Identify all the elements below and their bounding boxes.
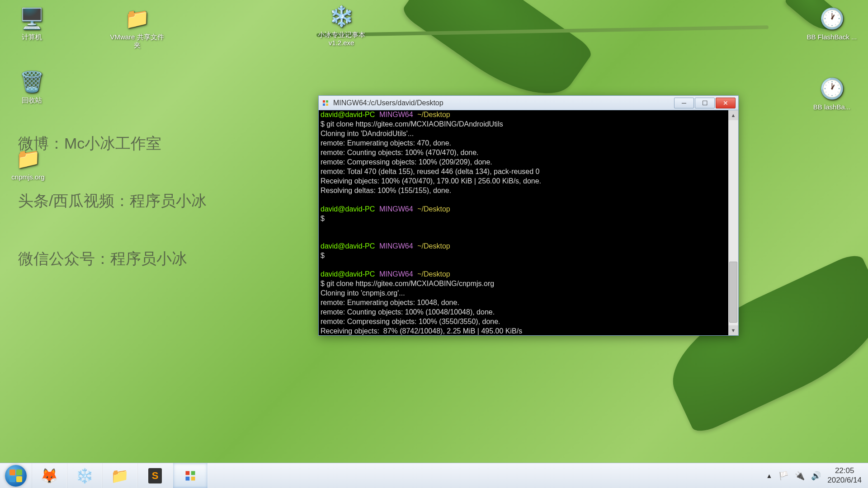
bb-flashback-icon[interactable]: 🕐 BB FlashBack ... — [805, 7, 859, 41]
git-bash-icon — [321, 99, 330, 107]
sublime-taskbar-icon[interactable]: S — [137, 463, 173, 488]
scroll-up-button[interactable]: ▲ — [728, 110, 738, 120]
trash-icon: 🗑️ — [9, 70, 54, 94]
network-icon[interactable]: 🔌 — [795, 471, 805, 481]
clock-time: 22:05 — [827, 466, 862, 475]
vmware-folder-icon[interactable]: 📁 VMware 共享文件夹 — [108, 7, 166, 49]
start-button[interactable] — [0, 463, 32, 488]
minimize-button[interactable]: ─ — [674, 98, 694, 108]
computer-icon[interactable]: 🖥️ 计算机 — [9, 7, 54, 41]
firefox-taskbar-icon[interactable]: 🦊 — [32, 463, 67, 488]
maximize-button[interactable]: ☐ — [695, 98, 715, 108]
explorer-taskbar-icon[interactable]: 📁 — [102, 463, 137, 488]
watermark-toutiao: 头条/西瓜视频：程序员小冰 — [18, 191, 207, 211]
system-tray: ▲ 🏳️ 🔌 🔊 22:05 2020/6/14 — [766, 466, 868, 485]
bb-flashback-rec-icon[interactable]: 🕐 BB lashBa... — [805, 77, 859, 111]
scroll-thumb[interactable] — [729, 262, 737, 323]
recycle-bin-icon[interactable]: 🗑️ 回收站 — [9, 70, 54, 104]
notepad-exe-icon[interactable]: ❄️ 小冰专业记事本 v1.2.exe — [307, 5, 375, 47]
taskbar-items: 🦊 ❄️ 📁 S — [32, 463, 208, 488]
svg-rect-4 — [186, 471, 190, 475]
titlebar[interactable]: MINGW64:/c/Users/david/Desktop ─ ☐ ✕ — [319, 96, 738, 110]
window-controls: ─ ☐ ✕ — [674, 98, 736, 108]
folder-shortcut-icon: 📁 — [108, 7, 166, 30]
svg-rect-0 — [323, 100, 325, 103]
clock-rec-icon: 🕐 — [805, 77, 859, 100]
clock[interactable]: 22:05 2020/6/14 — [827, 466, 862, 485]
tray-expand-icon[interactable]: ▲ — [766, 472, 773, 479]
terminal-window[interactable]: MINGW64:/c/Users/david/Desktop ─ ☐ ✕ dav… — [318, 95, 739, 336]
svg-rect-5 — [191, 471, 195, 475]
gitbash-taskbar-icon[interactable] — [173, 463, 208, 488]
svg-rect-3 — [326, 103, 328, 106]
svg-rect-2 — [323, 103, 325, 106]
monitor-icon: 🖥️ — [9, 7, 54, 30]
terminal-body[interactable]: david@david-PC MINGW64 ~/Desktop $ git c… — [319, 110, 738, 335]
scrollbar[interactable]: ▲ ▼ — [728, 110, 738, 335]
window-title: MINGW64:/c/Users/david/Desktop — [333, 99, 674, 107]
app-taskbar-icon[interactable]: ❄️ — [67, 463, 102, 488]
terminal-content[interactable]: david@david-PC MINGW64 ~/Desktop $ git c… — [321, 110, 727, 335]
clock-date: 2020/6/14 — [827, 476, 862, 485]
taskbar[interactable]: 🦊 ❄️ 📁 S ▲ 🏳️ 🔌 🔊 22:05 2020/6/14 — [0, 463, 868, 488]
scroll-down-button[interactable]: ▼ — [728, 325, 738, 335]
clock-app-icon: 🕐 — [805, 7, 859, 30]
close-button[interactable]: ✕ — [716, 98, 736, 108]
svg-rect-6 — [186, 476, 190, 480]
watermark-wechat: 微信公众号：程序员小冰 — [18, 249, 187, 269]
desktop[interactable]: 🖥️ 计算机 🗑️ 回收站 📁 cnpmjs.org 📁 VMware 共享文件… — [0, 0, 868, 488]
volume-icon[interactable]: 🔊 — [811, 471, 821, 481]
svg-rect-7 — [191, 476, 195, 480]
watermark-weibo: 微博：Mc小冰工作室 — [18, 133, 161, 154]
flag-icon[interactable]: 🏳️ — [778, 471, 788, 481]
app-icon: ❄️ — [307, 5, 375, 28]
windows-logo-icon — [5, 465, 27, 487]
svg-rect-1 — [326, 100, 328, 103]
